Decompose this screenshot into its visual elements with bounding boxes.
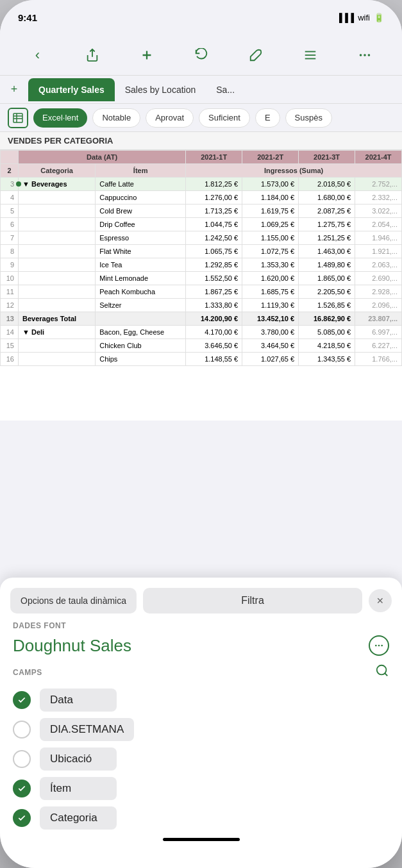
q2-cell: 1.072,75 € [242, 245, 299, 258]
header-item: Ítem [96, 164, 186, 178]
field-item[interactable]: Categoria [13, 806, 389, 830]
source-more-button[interactable] [369, 635, 389, 656]
search-icon[interactable] [375, 664, 389, 681]
table-row[interactable]: 6Drip Coffee1.044,75 €1.069,25 €1.275,75… [1, 218, 402, 231]
svg-point-8 [360, 54, 361, 56]
undo-button[interactable] [188, 42, 214, 68]
row-number: 13 [1, 312, 19, 326]
battery-icon: 🔋 [374, 13, 384, 22]
field-list: DataDIA.SETMANAUbicacióÍtemCategoria [0, 681, 402, 830]
tab-third[interactable]: Sa... [206, 78, 245, 101]
header-rownum-2: 2 [1, 164, 19, 178]
filter-notable[interactable]: Notable [92, 108, 140, 128]
svg-point-14 [381, 645, 382, 646]
field-item[interactable]: DIA.SETMANA [13, 718, 389, 741]
source-row: Doughnut Sales [0, 635, 402, 658]
table-row[interactable]: 12Seltzer1.333,80 €1.119,30 €1.526,85 €2… [1, 299, 402, 312]
q1-cell: 1.333,80 € [186, 299, 242, 312]
q2-cell: 1.620,00 € [242, 272, 299, 285]
tab-sales-by-location[interactable]: Sales by Location [115, 78, 206, 101]
q1-cell: 1.242,50 € [186, 231, 242, 245]
bottom-panel: Opcions de taula dinàmica Filtra ✕ DADES… [0, 578, 402, 868]
table-row[interactable]: 8Flat White1.065,75 €1.072,75 €1.463,00 … [1, 245, 402, 258]
field-item[interactable]: Data [13, 689, 389, 712]
item-cell: Bacon, Egg, Cheese [96, 326, 186, 339]
table-row[interactable]: 7Espresso1.242,50 €1.155,00 €1.251,25 €1… [1, 231, 402, 245]
q4-cell: 23.807,... [355, 312, 402, 326]
share-button[interactable] [80, 42, 105, 68]
section-header: VENDES PER CATEGORIA [0, 132, 402, 150]
pivot-options-button[interactable]: Opcions de taula dinàmica [10, 588, 137, 613]
close-panel-button[interactable]: ✕ [369, 589, 392, 612]
table-row[interactable]: 3▼ BeveragesCaffe Latte1.812,25 €1.573,0… [1, 178, 402, 191]
filter-suficient[interactable]: Suficient [199, 108, 250, 128]
row-number: 4 [1, 191, 19, 204]
category-cell [19, 285, 96, 299]
camps-label: CAMPS [13, 668, 42, 677]
q3-cell: 1.251,25 € [299, 231, 355, 245]
toolbar: ‹ [0, 35, 402, 76]
filter-excellent[interactable]: Excel·lent [33, 108, 87, 128]
more-button[interactable] [352, 42, 378, 68]
filter-suspes[interactable]: Suspès [285, 108, 332, 128]
category-cell [19, 258, 96, 272]
field-label: Categoria [40, 806, 117, 830]
table-container[interactable]: Data (AT) 2021-1T 2021-2T 2021-3T 2021-4… [0, 150, 402, 366]
category-cell: ▼ Deli [19, 326, 96, 339]
table-row[interactable]: 9Ice Tea1.292,85 €1.353,30 €1.489,80 €2.… [1, 258, 402, 272]
field-checkbox[interactable] [13, 750, 31, 768]
brush-button[interactable] [243, 42, 269, 68]
category-cell [19, 231, 96, 245]
q2-cell: 1.619,75 € [242, 204, 299, 218]
field-checkbox[interactable] [13, 780, 31, 797]
table-mode-icon[interactable] [8, 108, 28, 128]
q2-cell: 1.069,25 € [242, 218, 299, 231]
filter-aprovat[interactable]: Aprovat [146, 108, 194, 128]
field-checkbox[interactable] [13, 691, 31, 709]
home-indicator [0, 830, 402, 849]
add-sheet-button[interactable]: + [0, 76, 28, 104]
field-checkbox[interactable] [13, 721, 31, 739]
table-row[interactable]: 4Cappuccino1.276,00 €1.184,00 €1.680,00 … [1, 191, 402, 204]
tab-quarterly-sales[interactable]: Quarterly Sales [28, 78, 115, 101]
field-checkbox[interactable] [13, 809, 31, 827]
item-cell: Caffe Latte [96, 178, 186, 191]
field-item[interactable]: Ubicació [13, 747, 389, 771]
item-cell: Espresso [96, 231, 186, 245]
q3-cell: 1.526,85 € [299, 299, 355, 312]
q2-cell: 13.452,10 € [242, 312, 299, 326]
q2-cell: 1.155,00 € [242, 231, 299, 245]
table-row[interactable]: 11Peach Kombucha1.867,25 €1.685,75 €2.20… [1, 285, 402, 299]
add-button[interactable] [134, 42, 160, 68]
table-row[interactable]: 10Mint Lemonade1.552,50 €1.620,00 €1.865… [1, 272, 402, 285]
q3-cell: 1.680,00 € [299, 191, 355, 204]
filter-e[interactable]: E [255, 108, 280, 128]
phone-frame: 9:41 ▐▐▐ wifi 🔋 ‹ [0, 0, 402, 868]
q3-cell: 5.085,00 € [299, 326, 355, 339]
table-row[interactable]: 13Beverages Total14.200,90 €13.452,10 €1… [1, 312, 402, 326]
category-cell [19, 245, 96, 258]
time: 9:41 [18, 12, 37, 23]
format-button[interactable] [297, 42, 323, 68]
svg-point-15 [376, 645, 376, 646]
table-row[interactable]: 5Cold Brew1.713,25 €1.619,75 €2.087,25 €… [1, 204, 402, 218]
wifi-icon: wifi [358, 13, 370, 22]
filter-button[interactable]: Filtra [143, 588, 362, 613]
field-label: Data [40, 689, 117, 712]
table-row[interactable]: 14▼ DeliBacon, Egg, Cheese4.170,00 €3.78… [1, 326, 402, 339]
q4-cell: 3.022,... [355, 204, 402, 218]
back-button[interactable]: ‹ [25, 42, 51, 68]
row-number: 9 [1, 258, 19, 272]
q4-cell: 2.096,... [355, 299, 402, 312]
svg-point-13 [378, 645, 379, 646]
q1-cell: 1.552,50 € [186, 272, 242, 285]
field-item[interactable]: Ítem [13, 777, 389, 800]
q2-cell: 1.119,30 € [242, 299, 299, 312]
table-row[interactable]: 16Chips1.148,55 €1.027,65 €1.343,55 €1.7… [1, 353, 402, 366]
category-cell [19, 191, 96, 204]
q4-cell: 2.928,... [355, 285, 402, 299]
row-number: 6 [1, 218, 19, 231]
category-cell [19, 272, 96, 285]
q4-cell: 2.332,... [355, 191, 402, 204]
table-row[interactable]: 15Chicken Club3.646,50 €3.464,50 €4.218,… [1, 339, 402, 353]
